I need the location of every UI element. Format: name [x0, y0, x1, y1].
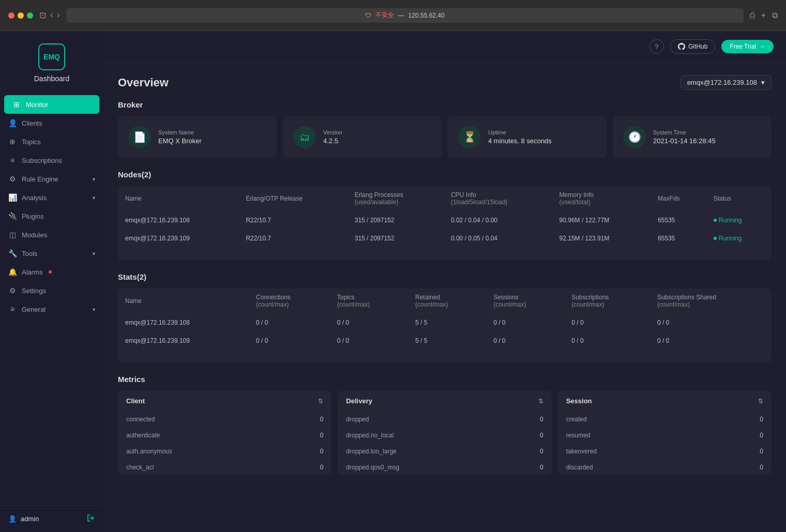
sidebar-item-modules[interactable]: ◫ Modules	[0, 225, 103, 244]
logout-icon[interactable]	[87, 514, 95, 524]
sidebar-item-monitor[interactable]: ⊞ Monitor	[4, 95, 99, 114]
metrics-delivery-sort[interactable]: ⇅	[538, 398, 543, 405]
metrics-header-session: Session ⇅	[558, 391, 772, 412]
general-icon: ≡	[8, 305, 17, 313]
broker-section-title: Broker	[118, 100, 772, 109]
sidebar-item-label-alarms: Alarms	[22, 268, 42, 276]
stats-col-subscriptions: Subscriptions(count/max)	[564, 288, 650, 314]
traffic-lights	[8, 12, 33, 19]
node-maxfds-2: 65535	[651, 230, 706, 248]
sidebar-item-topics[interactable]: ⊕ Topics	[0, 132, 103, 151]
stat-retained-2: 5 / 5	[408, 332, 486, 350]
sidebar-item-analysis[interactable]: 📊 Analysis ▾	[0, 188, 103, 207]
system-name-info: System Name EMQ X Broker	[158, 129, 202, 145]
system-name-icon: 📄	[128, 126, 151, 148]
sidebar-item-label-general: General	[22, 306, 46, 313]
tools-icon: 🔧	[8, 249, 17, 257]
metrics-row: takeovered 0	[558, 444, 772, 460]
subscriptions-icon: ≡	[8, 156, 17, 164]
chevron-down-icon-node: ▾	[761, 79, 765, 86]
metrics-val: 0	[320, 464, 324, 471]
nodes-col-memory: Memory Info(used/total)	[552, 186, 651, 211]
sidebar-item-clients[interactable]: 👤 Clients	[0, 114, 103, 132]
sidebar-item-general[interactable]: ≡ General ▾	[0, 300, 103, 318]
top-bar: ? GitHub Free Trial →	[103, 31, 786, 63]
metrics-key: dropped.too_large	[346, 448, 396, 455]
metrics-key: auth.anonymous	[126, 448, 172, 455]
content-area: Overview emqx@172.16.239.108 ▾ Broker 📄 …	[103, 63, 786, 532]
metrics-row: connected 0	[118, 412, 331, 428]
clients-icon: 👤	[8, 119, 17, 127]
topics-icon: ⊕	[8, 138, 17, 146]
sidebar-item-subscriptions[interactable]: ≡ Subscriptions	[0, 151, 103, 170]
node-maxfds-1: 65535	[651, 211, 706, 230]
node-memory-2: 92.15M / 123.91M	[552, 230, 651, 248]
page-header: Overview emqx@172.16.239.108 ▾	[118, 75, 772, 90]
sidebar-item-alarms[interactable]: 🔔 Alarms	[0, 263, 103, 281]
metrics-key: check_acl	[126, 464, 154, 471]
stats-table: Name Connections(count/max) Topics(count…	[118, 288, 772, 350]
metrics-row: dropped.too_large 0	[338, 444, 551, 460]
alarms-icon: 🔔	[8, 268, 17, 276]
node-selector-value: emqx@172.16.239.108	[687, 79, 757, 86]
uptime-value: 4 minutes, 8 seconds	[488, 137, 552, 145]
stat-subscriptions-1: 0 / 0	[564, 314, 650, 332]
maximize-button[interactable]	[27, 12, 33, 19]
metrics-grid: Client ⇅ connected 0 authenticate 0 au	[118, 391, 772, 475]
stat-retained-1: 5 / 5	[408, 314, 486, 332]
address-bar[interactable]: 🛡 不安全 — 120.55.62.40	[66, 8, 744, 23]
system-name-label: System Name	[158, 129, 202, 135]
stat-sessions-1: 0 / 0	[486, 314, 564, 332]
metrics-val: 0	[760, 432, 763, 439]
sidebar-item-label-modules: Modules	[22, 231, 47, 239]
system-time-icon: 🕐	[623, 126, 646, 148]
table-row: emqx@172.16.239.109 0 / 0 0 / 0 5 / 5 0 …	[118, 332, 772, 350]
sidebar-item-settings[interactable]: ⚙ Settings	[0, 281, 103, 300]
close-button[interactable]	[8, 12, 14, 19]
table-row: emqx@172.16.239.108 0 / 0 0 / 0 5 / 5 0 …	[118, 314, 772, 332]
table-row: emqx@172.16.239.109 R22/10.7 315 / 20971…	[118, 230, 772, 248]
stat-sessions-2: 0 / 0	[486, 332, 564, 350]
metrics-client-sort[interactable]: ⇅	[318, 398, 323, 405]
chevron-down-icon-analysis: ▾	[93, 195, 95, 201]
metrics-val: 0	[540, 432, 543, 439]
share-icon[interactable]: ⎙	[750, 11, 755, 20]
metrics-section-title: Metrics	[118, 375, 772, 384]
sidebar-item-label-topics: Topics	[22, 138, 41, 146]
broker-section: Broker 📄 System Name EMQ X Broker 🗂 Vers…	[118, 100, 772, 158]
node-status-1: Running	[706, 211, 772, 230]
nodes-col-maxfds: MaxFds	[651, 186, 706, 211]
back-icon[interactable]: ‹	[50, 10, 53, 20]
analysis-icon: 📊	[8, 193, 17, 202]
stats-col-name: Name	[118, 288, 249, 314]
sidebar-item-label-subscriptions: Subscriptions	[22, 157, 62, 164]
sidebar-item-tools[interactable]: 🔧 Tools ▾	[0, 244, 103, 263]
settings-icon: ⚙	[8, 286, 17, 295]
nodes-section: Nodes(2) Name Erlang/OTP Release Erlang …	[118, 170, 772, 260]
stat-topics-1: 0 / 0	[330, 314, 408, 332]
stats-section-title: Stats(2)	[118, 272, 772, 281]
sidebar-footer: 👤 admin	[0, 505, 103, 532]
forward-icon[interactable]: ›	[57, 10, 59, 20]
github-button[interactable]: GitHub	[670, 39, 715, 54]
broker-card-version: 🗂 Version 4.2.5	[283, 116, 442, 158]
metrics-section: Metrics Client ⇅ connected 0 authe	[118, 375, 772, 475]
sidebar-item-rule-engine[interactable]: ⚙ Rule Engine ▾	[0, 170, 103, 188]
system-time-label: System Time	[653, 129, 716, 135]
sidebar: EMQ Dashboard ⊞ Monitor 👤 Clients ⊕ Topi…	[0, 31, 103, 532]
metrics-session-sort[interactable]: ⇅	[758, 398, 763, 405]
version-value: 4.2.5	[323, 137, 342, 145]
metrics-val: 0	[320, 416, 324, 423]
node-selector[interactable]: emqx@172.16.239.108 ▾	[681, 75, 772, 90]
minimize-button[interactable]	[18, 12, 24, 19]
sidebar-item-plugins[interactable]: 🔌 Plugins	[0, 207, 103, 225]
sidebar-toggle-icon[interactable]: ⊡	[39, 10, 46, 20]
help-button[interactable]: ?	[649, 39, 664, 54]
broker-card-system-time: 🕐 System Time 2021-01-14 16:28:45	[613, 116, 772, 158]
trial-button[interactable]: Free Trial →	[721, 40, 774, 53]
status-dot-2	[714, 237, 717, 240]
question-icon: ?	[655, 43, 658, 51]
new-tab-icon[interactable]: +	[761, 11, 766, 20]
window-icon[interactable]: ⧉	[772, 11, 778, 20]
sidebar-logo-area: EMQ Dashboard	[0, 31, 103, 91]
